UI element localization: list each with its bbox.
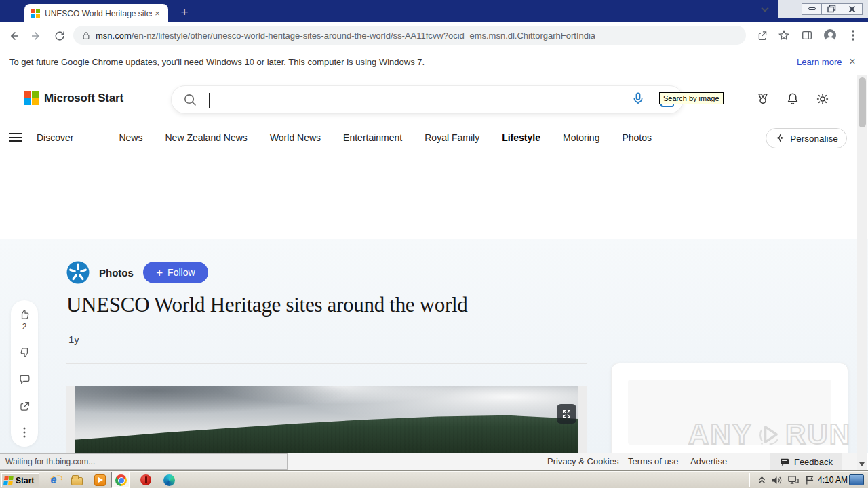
nav-item-lifestyle[interactable]: Lifestyle	[502, 132, 540, 143]
screen: UNESCO World Heritage sites aroun × +	[0, 0, 868, 488]
hamburger-menu-icon[interactable]	[9, 133, 22, 141]
msn-favicon-icon	[31, 9, 40, 18]
brand-text: Microsoft Start	[44, 92, 123, 105]
minimize-button[interactable]	[802, 3, 822, 15]
side-panel-icon[interactable]	[799, 27, 815, 43]
page-scrollbar[interactable]	[857, 75, 867, 470]
window-controls	[778, 0, 868, 18]
taskbar-edge-icon[interactable]	[161, 473, 176, 487]
page-footer: Waiting for th.bing.com... Privacy & Coo…	[0, 453, 857, 470]
chrome-update-notice: To get future Google Chrome updates, you…	[0, 49, 868, 75]
personalise-button[interactable]: Personalise	[766, 128, 847, 148]
windows-flag-icon	[3, 476, 14, 485]
learn-more-link[interactable]: Learn more	[797, 57, 842, 67]
photos-publisher-logo[interactable]	[66, 261, 90, 284]
fullscreen-expand-icon[interactable]	[557, 404, 576, 424]
follow-button[interactable]: + Follow	[143, 262, 208, 283]
feedback-icon	[780, 458, 789, 466]
search-by-image-tooltip: Search by image	[659, 92, 724, 104]
share-icon[interactable]	[754, 27, 770, 43]
tray-clock[interactable]: 4:10 AM	[818, 471, 849, 488]
publisher-name[interactable]: Photos	[99, 267, 134, 279]
nav-item-royal-family[interactable]: Royal Family	[425, 132, 479, 143]
like-count: 2	[11, 322, 38, 331]
more-options-icon[interactable]	[11, 425, 38, 440]
address-bar[interactable]: msn.com/en-nz/lifestyle/other/unesco-wor…	[73, 26, 746, 45]
url-text: msn.com/en-nz/lifestyle/other/unesco-wor…	[96, 30, 595, 41]
nav-item-new-zealand-news[interactable]: New Zealand News	[165, 132, 247, 143]
sparkle-icon	[774, 133, 786, 144]
show-desktop-button[interactable]	[849, 474, 864, 485]
feedback-label: Feedback	[794, 457, 833, 467]
rewards-icon[interactable]	[755, 92, 770, 106]
feedback-button[interactable]: Feedback	[770, 453, 842, 470]
nav-item-photos[interactable]: Photos	[622, 132, 652, 143]
follow-label: Follow	[167, 267, 195, 278]
privacy-cookies-link[interactable]: Privacy & Cookies	[547, 456, 618, 466]
taskbar-explorer-icon[interactable]	[69, 473, 84, 487]
nav-item-world-news[interactable]: World News	[270, 132, 321, 143]
taskbar-opera-icon[interactable]	[138, 473, 153, 487]
nav-item-entertainment[interactable]: Entertainment	[343, 132, 402, 143]
nav-item-discover[interactable]: Discover	[37, 132, 73, 143]
window-titlebar: UNESCO World Heritage sites aroun × +	[0, 0, 868, 22]
bookmark-star-icon[interactable]	[776, 27, 792, 43]
forward-icon[interactable]	[27, 26, 46, 45]
browser-menu-icon[interactable]	[845, 27, 861, 43]
terms-of-use-link[interactable]: Terms of use	[628, 456, 678, 466]
content-divider	[66, 363, 587, 364]
browser-tab[interactable]: UNESCO World Heritage sites aroun ×	[24, 4, 168, 22]
back-icon[interactable]	[4, 26, 23, 45]
scrollbar-down-arrow[interactable]	[859, 462, 865, 466]
tray-network-icon[interactable]	[785, 473, 800, 487]
search-icon	[182, 92, 198, 108]
microsoft-start-logo[interactable]: Microsoft Start	[24, 91, 123, 105]
nav-divider	[96, 132, 96, 143]
tray-separator	[749, 473, 749, 487]
profile-avatar[interactable]	[822, 27, 838, 43]
sidebar-card-placeholder	[628, 380, 831, 445]
nav-item-news[interactable]: News	[119, 132, 142, 143]
voice-search-icon[interactable]	[631, 92, 646, 106]
slideshow-figure	[66, 386, 587, 455]
taskbar-ie-icon[interactable]: e	[46, 473, 61, 487]
msn-nav: Discover News New Zealand News World New…	[0, 122, 868, 152]
taskbar-media-player-icon[interactable]	[92, 473, 107, 487]
plus-icon: +	[156, 267, 163, 279]
notice-text: To get future Google Chrome updates, you…	[9, 57, 425, 67]
start-label: Start	[16, 476, 34, 485]
restore-button[interactable]	[822, 3, 842, 15]
close-window-button[interactable]	[842, 3, 863, 15]
search-input[interactable]	[171, 85, 684, 114]
share-article-button[interactable]	[11, 399, 38, 413]
notifications-bell-icon[interactable]	[785, 92, 800, 106]
personalise-label: Personalise	[790, 134, 838, 144]
publisher-row: Photos + Follow	[66, 261, 208, 284]
nav-item-motoring[interactable]: Motoring	[563, 132, 599, 143]
notice-close-icon[interactable]: ×	[846, 56, 859, 68]
tab-search-chevron-icon[interactable]	[758, 3, 772, 16]
tab-close-icon[interactable]: ×	[152, 8, 163, 19]
reaction-rail: 2	[11, 300, 38, 447]
microsoft-logo-icon	[24, 91, 39, 105]
text-caret	[209, 93, 210, 108]
like-button[interactable]	[11, 307, 38, 322]
article-title: UNESCO World Heritage sites around the w…	[66, 293, 541, 317]
tray-hidden-icons-chevron[interactable]	[754, 473, 769, 487]
settings-gear-icon[interactable]	[815, 92, 830, 106]
article-age: 1y	[68, 333, 79, 345]
tray-volume-icon[interactable]	[769, 473, 784, 487]
hero-photo[interactable]	[75, 386, 578, 455]
browser-toolbar: msn.com/en-nz/lifestyle/other/unesco-wor…	[0, 22, 868, 49]
reload-icon[interactable]	[50, 26, 69, 45]
new-tab-button[interactable]: +	[176, 4, 193, 20]
advertise-link[interactable]: Advertise	[690, 456, 727, 466]
msn-header: Microsoft Start Search by image	[0, 75, 868, 122]
taskbar-chrome-icon[interactable]	[113, 473, 128, 487]
start-button[interactable]: Start	[1, 473, 39, 487]
scrollbar-thumb[interactable]	[859, 77, 866, 127]
mountain-ridge	[75, 404, 578, 455]
tray-action-center-flag-icon[interactable]	[802, 473, 817, 487]
dislike-button[interactable]	[11, 344, 38, 359]
comments-button[interactable]	[11, 371, 38, 386]
